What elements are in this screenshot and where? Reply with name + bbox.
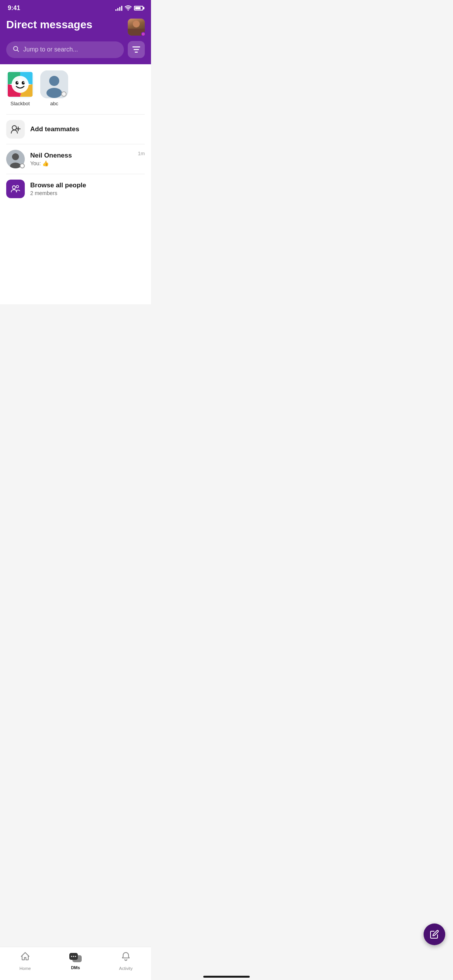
svg-rect-3 bbox=[134, 49, 139, 50]
neil-last-message: You: 👍 bbox=[30, 160, 132, 166]
search-bar: Jump to or search... bbox=[6, 41, 145, 58]
svg-point-7 bbox=[15, 81, 19, 85]
avatar-online-dot bbox=[141, 32, 146, 36]
svg-point-21 bbox=[12, 186, 15, 189]
abc-name: abc bbox=[50, 101, 58, 106]
filter-button[interactable] bbox=[128, 41, 145, 58]
svg-point-19 bbox=[12, 153, 19, 160]
slackbot-name: Slackbot bbox=[10, 101, 30, 106]
wifi-icon bbox=[125, 5, 132, 12]
svg-point-15 bbox=[12, 126, 17, 130]
dm-item-slackbot[interactable]: ♥ Slackbot bbox=[6, 70, 34, 106]
slackbot-icon: ♥ bbox=[6, 70, 34, 98]
neil-name: Neil Oneness bbox=[30, 152, 132, 159]
status-bar: 9:41 bbox=[0, 0, 151, 15]
svg-point-6 bbox=[12, 76, 29, 93]
svg-point-0 bbox=[14, 46, 18, 51]
recent-dms-row: ♥ Slackbot abc bbox=[0, 70, 151, 114]
neil-avatar-wrap bbox=[6, 150, 25, 168]
svg-point-22 bbox=[16, 185, 19, 188]
status-time: 9:41 bbox=[8, 5, 20, 12]
people-icon bbox=[10, 183, 21, 194]
svg-line-1 bbox=[17, 50, 19, 51]
svg-point-8 bbox=[22, 81, 25, 85]
svg-text:♥: ♥ bbox=[19, 92, 21, 96]
svg-point-10 bbox=[24, 82, 25, 83]
header: Direct messages Jump to or search... bbox=[0, 15, 151, 64]
add-teammates-text: Add teammates bbox=[30, 125, 145, 133]
abc-avatar bbox=[40, 70, 68, 98]
add-person-icon bbox=[10, 124, 21, 135]
add-teammates-icon-container bbox=[6, 120, 25, 139]
browse-icon-container bbox=[6, 180, 25, 198]
browse-all-text: Browse all people 2 members bbox=[30, 182, 145, 196]
page-title: Direct messages bbox=[6, 19, 93, 31]
header-top: Direct messages bbox=[6, 19, 145, 36]
search-input[interactable]: Jump to or search... bbox=[6, 41, 124, 58]
user-avatar-container[interactable] bbox=[128, 19, 145, 36]
signal-icon bbox=[115, 5, 122, 11]
svg-point-13 bbox=[49, 76, 59, 86]
browse-all-item[interactable]: Browse all people 2 members bbox=[0, 174, 151, 204]
add-teammates-item[interactable]: Add teammates bbox=[0, 115, 151, 144]
svg-point-9 bbox=[17, 82, 19, 83]
svg-rect-2 bbox=[132, 46, 140, 48]
dm-item-abc[interactable]: abc bbox=[40, 70, 68, 106]
abc-status-dot bbox=[61, 91, 67, 97]
neil-oneness-item[interactable]: Neil Oneness You: 👍 1m bbox=[0, 144, 151, 174]
browse-all-title: Browse all people bbox=[30, 182, 145, 189]
neil-time: 1m bbox=[138, 151, 145, 156]
status-icons bbox=[115, 5, 143, 12]
search-icon bbox=[12, 45, 19, 54]
browse-all-subtitle: 2 members bbox=[30, 190, 145, 196]
neil-status-dot bbox=[20, 163, 25, 168]
svg-rect-4 bbox=[135, 52, 138, 53]
content-area: ♥ Slackbot abc bbox=[0, 64, 151, 304]
add-teammates-title: Add teammates bbox=[30, 125, 145, 133]
battery-icon bbox=[134, 6, 143, 10]
slackbot-avatar: ♥ bbox=[6, 70, 34, 98]
neil-text: Neil Oneness You: 👍 bbox=[30, 152, 132, 166]
search-placeholder: Jump to or search... bbox=[23, 46, 78, 53]
svg-point-14 bbox=[46, 88, 62, 98]
